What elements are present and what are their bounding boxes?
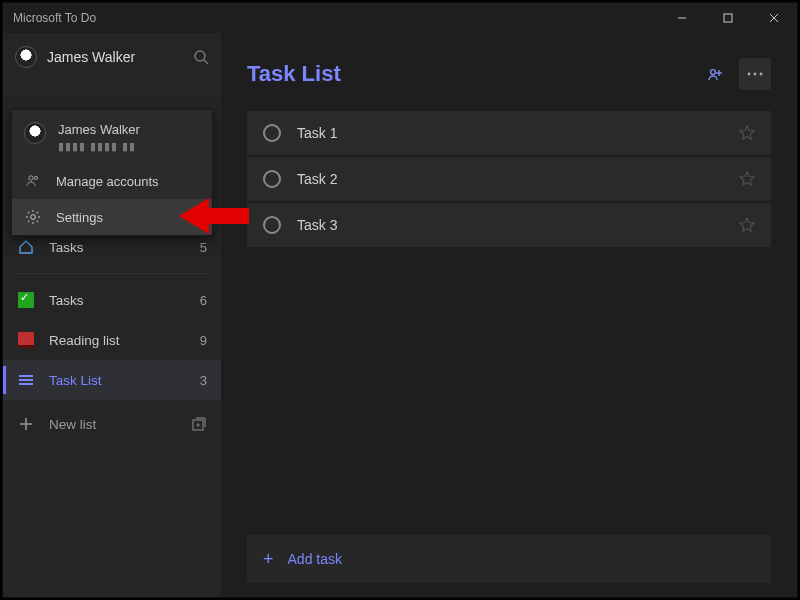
svg-point-20	[754, 73, 757, 76]
task-list: Task 1 Task 2 Task 3	[247, 111, 771, 249]
manage-accounts[interactable]: Manage accounts	[12, 163, 212, 199]
divider	[17, 273, 207, 274]
task-title: Task 2	[297, 171, 337, 187]
sidebar-item-count: 9	[200, 333, 207, 348]
share-button[interactable]	[699, 58, 731, 90]
svg-line-5	[204, 60, 208, 64]
plus-icon: +	[263, 549, 274, 570]
task-row[interactable]: Task 3	[247, 203, 771, 247]
star-icon[interactable]	[739, 125, 755, 141]
close-button[interactable]	[751, 3, 797, 33]
plus-icon	[17, 415, 35, 433]
more-button[interactable]	[739, 58, 771, 90]
complete-circle[interactable]	[263, 170, 281, 188]
app-title: Microsoft To Do	[13, 11, 96, 25]
list-title[interactable]: Task List	[247, 61, 341, 87]
complete-circle[interactable]	[263, 216, 281, 234]
minimize-button[interactable]	[659, 3, 705, 33]
sidebar-item-count: 3	[200, 373, 207, 388]
account-name: James Walker	[58, 122, 140, 137]
account-popup: James Walker ▮▮▮▮ ▮▮▮▮ ▮▮ Manage account…	[11, 109, 213, 236]
profile-name: James Walker	[47, 49, 135, 65]
complete-circle[interactable]	[263, 124, 281, 142]
new-group-icon[interactable]	[191, 416, 207, 432]
svg-point-13	[29, 176, 33, 180]
list-icon	[17, 371, 35, 389]
main-header: Task List	[247, 51, 771, 97]
task-title: Task 1	[297, 125, 337, 141]
manage-accounts-label: Manage accounts	[56, 174, 159, 189]
gear-icon	[24, 209, 42, 225]
home-icon	[17, 238, 35, 256]
svg-point-21	[760, 73, 763, 76]
add-task-button[interactable]: + Add task	[247, 535, 771, 583]
task-row[interactable]: Task 2	[247, 157, 771, 201]
people-icon	[24, 173, 42, 189]
checkbox-icon	[17, 291, 35, 309]
sidebar-item-label: Tasks	[49, 240, 84, 255]
sidebar-item-label: Reading list	[49, 333, 120, 348]
sidebar-list-reading[interactable]: Reading list 9	[3, 320, 221, 360]
settings-label: Settings	[56, 210, 103, 225]
sidebar-list-tasks[interactable]: Tasks 6	[3, 280, 221, 320]
task-title: Task 3	[297, 217, 337, 233]
sidebar-item-label: Task List	[49, 373, 102, 388]
book-icon	[17, 331, 35, 349]
svg-rect-1	[724, 14, 732, 22]
avatar	[24, 122, 46, 144]
sidebar-list-tasklist[interactable]: Task List 3	[3, 360, 221, 400]
new-list-button[interactable]: New list	[3, 404, 221, 444]
settings-row[interactable]: Settings	[12, 199, 212, 235]
sidebar-item-label: Tasks	[49, 293, 84, 308]
profile-row[interactable]: James Walker	[3, 33, 221, 81]
star-icon[interactable]	[739, 171, 755, 187]
task-row[interactable]: Task 1	[247, 111, 771, 155]
maximize-button[interactable]	[705, 3, 751, 33]
app-window: Microsoft To Do James Walker	[2, 2, 798, 598]
new-list-label: New list	[49, 417, 96, 432]
main-pane: Task List Task 1	[221, 33, 797, 597]
title-bar: Microsoft To Do	[3, 3, 797, 33]
svg-point-15	[31, 215, 36, 220]
sidebar: James Walker Tasks 5 Tasks 6	[3, 33, 221, 597]
add-task-label: Add task	[288, 551, 342, 567]
svg-point-4	[195, 51, 205, 61]
star-icon[interactable]	[739, 217, 755, 233]
avatar	[15, 46, 37, 68]
account-email: ▮▮▮▮ ▮▮▮▮ ▮▮	[58, 140, 140, 153]
svg-point-19	[748, 73, 751, 76]
svg-point-14	[34, 176, 37, 179]
sidebar-item-count: 5	[200, 240, 207, 255]
search-icon[interactable]	[193, 49, 209, 65]
svg-point-16	[711, 70, 716, 75]
account-row[interactable]: James Walker ▮▮▮▮ ▮▮▮▮ ▮▮	[12, 110, 212, 163]
sidebar-item-count: 6	[200, 293, 207, 308]
